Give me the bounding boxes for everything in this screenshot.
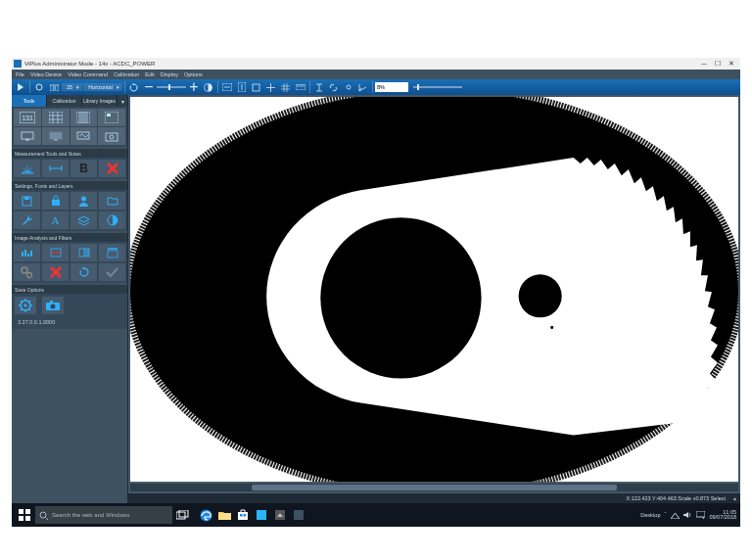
system-tray: Desktop ˄ 11:05 09/07/2018 [640, 510, 736, 521]
svg-rect-13 [22, 132, 33, 139]
crosshair-button[interactable] [264, 80, 278, 94]
tab-library[interactable]: Library Images [82, 95, 118, 107]
menu-display[interactable]: Display [161, 71, 178, 77]
tool-capture-button[interactable] [98, 127, 125, 145]
svg-rect-52 [257, 510, 266, 520]
marker-button[interactable] [342, 80, 355, 94]
threshold-button[interactable] [42, 244, 69, 261]
main-toolbar: 25 ▾ Horizontal ▾ − + [12, 79, 740, 95]
tool-grid-button[interactable] [42, 109, 70, 126]
record-button[interactable] [32, 80, 46, 94]
user-button[interactable] [70, 192, 97, 210]
zoom-percent-input[interactable]: 8% [375, 82, 408, 92]
store-icon[interactable] [235, 507, 251, 523]
wrench-button[interactable] [14, 211, 40, 229]
ruler-button[interactable] [294, 80, 307, 94]
menu-video-device[interactable]: Video Device [30, 71, 62, 77]
menu-edit[interactable]: Edit [145, 71, 154, 77]
orientation-dropdown[interactable]: Horizontal ▾ [83, 83, 122, 91]
gear-button[interactable] [14, 263, 40, 281]
font-button[interactable]: A [42, 211, 69, 229]
app2-icon[interactable] [272, 507, 288, 523]
status-collapse-icon[interactable]: ▴ [733, 495, 736, 501]
minimize-button[interactable]: ─ [697, 58, 711, 70]
fit-width-button[interactable] [220, 80, 234, 94]
tool-monitor3-button[interactable] [70, 127, 98, 145]
app1-icon[interactable] [254, 507, 269, 523]
tool-digits-button[interactable]: 131 [14, 109, 41, 126]
bold-text-button[interactable]: B [70, 160, 97, 177]
folder-button[interactable] [99, 192, 125, 210]
menubar: File Video Device Video Command Calibrat… [12, 70, 740, 79]
contrast-button[interactable] [202, 80, 215, 94]
link-button[interactable] [327, 80, 341, 94]
brightness-down-button[interactable]: − [142, 80, 156, 94]
grid-button[interactable] [279, 80, 293, 94]
start-button[interactable] [16, 506, 33, 524]
chevron-down-icon: ▾ [117, 84, 119, 90]
close-button[interactable]: ✕ [725, 58, 738, 70]
refresh-button[interactable] [127, 80, 141, 94]
color-button[interactable] [99, 211, 125, 229]
save-layer-button[interactable] [14, 192, 40, 210]
delete-analysis-button[interactable] [42, 263, 69, 281]
zoom-slider[interactable] [413, 86, 462, 88]
svg-point-0 [36, 84, 42, 90]
zoom-fit-button[interactable] [250, 80, 263, 94]
scan-button[interactable] [99, 244, 125, 261]
tray-desktop-label[interactable]: Desktop [640, 512, 660, 518]
dimension-button[interactable] [42, 160, 69, 177]
brightness-slider[interactable] [157, 86, 186, 88]
tray-clock[interactable]: 11:05 09/07/2018 [709, 510, 736, 521]
tabs-chevron-button[interactable]: ▾ [118, 95, 127, 107]
svg-rect-43 [25, 516, 30, 521]
svg-rect-54 [294, 510, 304, 520]
fit-height-button[interactable] [235, 80, 249, 94]
menu-options[interactable]: Options [184, 71, 203, 77]
tool-stripes-button[interactable] [70, 109, 98, 126]
tray-notification-icon[interactable] [696, 511, 705, 519]
svg-rect-55 [696, 511, 705, 517]
menu-calibration[interactable]: Calibration [114, 71, 139, 77]
edge-icon[interactable] [198, 507, 213, 523]
tab-tools[interactable]: Tools [12, 95, 47, 107]
svg-rect-42 [19, 516, 24, 521]
svg-point-38 [519, 274, 562, 317]
taskbar-search[interactable]: Search the web and Windows [35, 506, 172, 524]
edge-button[interactable] [70, 244, 97, 261]
task-view-button[interactable] [174, 507, 190, 523]
play-button[interactable] [14, 80, 27, 94]
save-snapshot-camera-button[interactable] [42, 297, 64, 314]
svg-rect-25 [83, 249, 89, 257]
zoom-dropdown[interactable]: 25 ▾ [62, 83, 82, 91]
brightness-up-button[interactable]: + [187, 80, 201, 94]
tray-volume-icon[interactable] [683, 511, 692, 519]
tray-network-icon[interactable] [671, 511, 680, 519]
image-canvas[interactable] [130, 97, 738, 482]
tool-monitor2-button[interactable] [42, 127, 70, 145]
check-button[interactable] [99, 263, 125, 281]
protractor-button[interactable] [14, 160, 40, 177]
menu-video-command[interactable]: Video Command [68, 71, 108, 77]
layers-button[interactable] [70, 211, 97, 229]
refresh-analysis-button[interactable] [70, 263, 97, 281]
tool-template-button[interactable] [98, 109, 125, 126]
tool-monitor1-button[interactable] [14, 127, 41, 145]
svg-point-27 [22, 267, 27, 273]
horizontal-scrollbar[interactable] [130, 484, 738, 491]
angle-button[interactable] [356, 80, 370, 94]
delete-measure-button[interactable] [99, 160, 125, 177]
camera-button[interactable] [47, 80, 61, 94]
menu-file[interactable]: File [16, 71, 24, 77]
caliper-button[interactable] [312, 80, 326, 94]
svg-rect-49 [238, 512, 248, 520]
app3-icon[interactable] [291, 507, 306, 523]
maximize-button[interactable]: ☐ [711, 58, 725, 70]
tab-calibration[interactable]: Calibration [47, 95, 82, 107]
explorer-icon[interactable] [216, 507, 232, 523]
histogram-button[interactable] [14, 244, 40, 261]
tray-chevron-up-icon[interactable]: ˄ [664, 512, 667, 518]
lock-button[interactable] [42, 192, 69, 210]
svg-point-44 [40, 512, 46, 518]
save-snapshot-gear-button[interactable] [15, 297, 36, 314]
